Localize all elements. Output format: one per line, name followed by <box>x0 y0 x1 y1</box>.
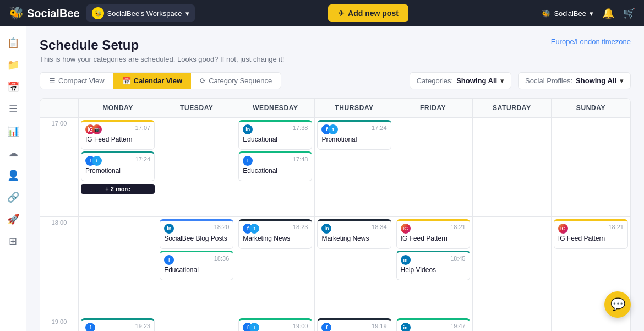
post-card[interactable]: f 17:48 Educational <box>238 151 312 181</box>
category-sequence-tab[interactable]: ⟳ Category Sequence <box>191 73 281 89</box>
card-label: IG Feed Pattern <box>401 235 466 242</box>
header-wednesday: WEDNESDAY <box>236 99 315 117</box>
workspace-selector[interactable]: 🐝 SocialBee's Workspace ▾ <box>86 4 195 22</box>
categories-filter-label: Categories: <box>417 77 453 85</box>
topnav-center: ✈ Add new post <box>201 4 536 22</box>
post-card[interactable]: f t 17:24 Promotional <box>317 120 391 150</box>
folder-icon: 📁 <box>7 59 19 71</box>
post-card[interactable]: in 18:34 Marketing News <box>317 219 391 249</box>
twitter-icon: t <box>92 156 102 166</box>
card-time: 17:24 <box>135 156 151 162</box>
sidebar-item-folder[interactable]: 📁 <box>3 55 23 75</box>
card-time: 18:21 <box>608 224 624 230</box>
more-badge[interactable]: + 2 more <box>81 184 155 194</box>
toolbar: ☰ Compact View 📅 Calendar View ⟳ Categor… <box>40 72 631 89</box>
friday-18-cell: IG 18:21 IG Feed Pattern in 18:45 <box>394 217 472 316</box>
social-profiles-filter[interactable]: Social Profiles: Showing All ▾ <box>518 72 631 89</box>
workspace-avatar: 🐝 <box>92 7 104 19</box>
categories-filter[interactable]: Categories: Showing All ▾ <box>410 72 511 89</box>
card-time: 19:47 <box>450 323 466 329</box>
time-column: 17:00 18:00 19:00 20:00 <box>40 118 79 331</box>
users-icon: 👤 <box>7 169 19 181</box>
cart-icon[interactable]: 🛒 <box>623 7 635 19</box>
top-navigation: 🐝 SocialBee 🐝 SocialBee's Workspace ▾ ✈ … <box>0 0 644 26</box>
post-card[interactable]: in 17:38 Educational <box>238 120 312 150</box>
chat-button[interactable]: 💬 <box>604 291 631 318</box>
card-top: in 18:45 <box>401 255 466 265</box>
topnav-right: 🐝 SocialBee ▾ 🔔 🛒 <box>542 7 635 19</box>
card-time: 17:07 <box>135 124 151 131</box>
view-tabs: ☰ Compact View 📅 Calendar View ⟳ Categor… <box>40 72 281 89</box>
facebook-icon: f <box>243 156 253 166</box>
timezone-link[interactable]: Europe/London timezone <box>551 37 631 46</box>
instagram-icon-2: 📷 <box>92 124 102 134</box>
calendar-header: MONDAY TUESDAY WEDNESDAY THURSDAY FRIDAY… <box>40 99 630 118</box>
post-card[interactable]: f 19:19 Marketing News <box>317 318 391 331</box>
post-card[interactable]: IG 18:21 IG Feed Pattern <box>396 219 470 249</box>
facebook-icon: f <box>164 255 174 265</box>
social-icons: f <box>164 255 174 265</box>
time-header <box>40 99 79 117</box>
card-top: IG 📷 17:07 <box>85 124 150 134</box>
post-card[interactable]: in 18:45 Help Videos <box>396 251 470 280</box>
clipboard-icon: 📋 <box>7 37 19 49</box>
user-menu[interactable]: 🐝 SocialBee ▾ <box>542 9 593 18</box>
card-top: in 17:38 <box>243 124 308 134</box>
notifications-icon[interactable]: 🔔 <box>602 7 614 19</box>
wednesday-18-cell: f t 18:23 Marketing News <box>236 217 314 316</box>
card-top: in 19:47 <box>401 323 466 331</box>
monday-19-cell: f 19:23 Promotional <box>79 316 157 331</box>
post-card[interactable]: in 19:47 Educational <box>396 318 470 331</box>
post-card[interactable]: f t 17:24 Promotional <box>81 151 155 181</box>
post-card[interactable]: f 18:36 Educational <box>160 251 233 280</box>
calendar-view-tab[interactable]: 📅 Calendar View <box>113 73 192 89</box>
post-card[interactable]: IG 18:21 IG Feed Pattern <box>554 219 628 249</box>
post-card[interactable]: f 19:23 Promotional <box>81 318 155 331</box>
sidebar-item-grid[interactable]: ⊞ <box>3 231 23 251</box>
saturday-19-cell <box>473 316 551 331</box>
card-top: f 19:19 <box>321 323 386 331</box>
social-icons: f <box>243 156 253 166</box>
page-header: Schedule Setup This is how your categori… <box>40 37 631 63</box>
thursday-19-cell: f 19:19 Marketing News <box>315 316 393 331</box>
sidebar-item-clipboard[interactable]: 📋 <box>3 33 23 53</box>
linkedin-icon: in <box>243 124 253 134</box>
sidebar-item-chart[interactable]: 📊 <box>3 121 23 141</box>
sidebar-item-calendar[interactable]: 📅 <box>3 77 23 97</box>
add-post-label: Add new post <box>348 9 399 18</box>
compact-view-tab[interactable]: ☰ Compact View <box>40 73 113 89</box>
sequence-icon: ⟳ <box>200 77 206 85</box>
page-subtitle: This is how your categories are schedule… <box>40 55 284 63</box>
sidebar-item-cloud[interactable]: ☁ <box>3 143 23 163</box>
tuesday-column: in 18:20 SocialBee Blog Posts f 18:36 <box>157 118 236 331</box>
sidebar-item-list[interactable]: ☰ <box>3 99 23 119</box>
grid-icon: ⊞ <box>9 235 17 247</box>
post-card[interactable]: f t 18:23 Marketing News <box>238 219 312 249</box>
header-friday: FRIDAY <box>394 99 473 117</box>
friday-17-cell <box>394 118 472 217</box>
linkedin-icon: in <box>401 323 411 331</box>
card-time: 17:24 <box>372 124 387 131</box>
sidebar-item-rocket[interactable]: 🚀 <box>3 209 23 229</box>
thursday-column: f t 17:24 Promotional in <box>315 118 394 331</box>
card-top: f 18:36 <box>164 255 229 265</box>
main-content: Schedule Setup This is how your categori… <box>26 26 644 331</box>
user-avatar-icon: 🐝 <box>542 9 550 18</box>
tuesday-19-cell <box>157 316 236 331</box>
categories-chevron-icon: ▾ <box>500 77 504 85</box>
post-card[interactable]: IG 📷 17:07 IG Feed Pattern <box>81 120 155 150</box>
chat-icon: 💬 <box>610 297 625 312</box>
tuesday-18-cell: in 18:20 SocialBee Blog Posts f 18:36 <box>157 217 236 316</box>
facebook-icon: f <box>85 323 95 331</box>
post-card[interactable]: in 18:20 SocialBee Blog Posts <box>160 219 233 249</box>
card-time: 18:36 <box>214 255 230 262</box>
add-post-button[interactable]: ✈ Add new post <box>328 4 408 22</box>
card-time: 19:23 <box>135 323 151 329</box>
sidebar-item-users[interactable]: 👤 <box>3 165 23 185</box>
post-card[interactable]: f t 19:00 Educational <box>238 318 312 331</box>
time-17: 17:00 <box>40 118 79 217</box>
card-top: IG 18:21 <box>401 224 466 234</box>
instagram-icon: IG <box>558 224 568 234</box>
sidebar-item-link[interactable]: 🔗 <box>3 187 23 207</box>
header-thursday: THURSDAY <box>315 99 394 117</box>
